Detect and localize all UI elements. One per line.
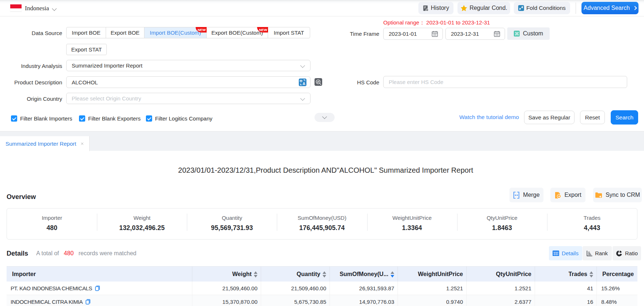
svg-text:⌘: ⌘ <box>514 31 519 37</box>
svg-text:A: A <box>302 82 305 86</box>
